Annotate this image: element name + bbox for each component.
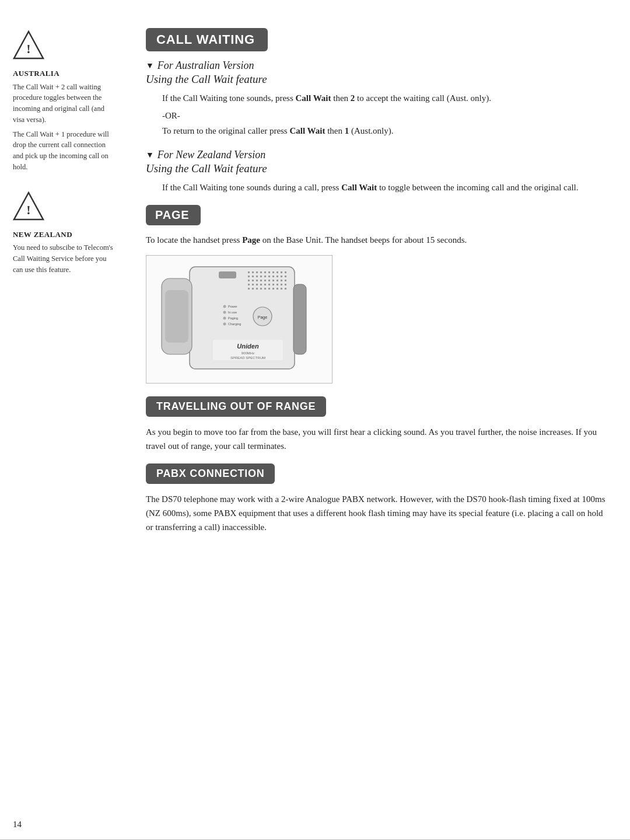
svg-rect-48 [248, 288, 250, 290]
svg-rect-57 [285, 288, 286, 290]
svg-rect-53 [268, 288, 270, 290]
pabx-description: The DS70 telephone may work with a 2-wir… [146, 492, 608, 534]
page-number: 14 [13, 820, 22, 829]
svg-point-62 [223, 317, 226, 320]
svg-rect-40 [256, 284, 258, 285]
svg-rect-43 [268, 284, 270, 285]
nz-version-block: ▼ For New Zealand Version Using the Call… [146, 149, 608, 194]
svg-rect-36 [281, 280, 282, 281]
svg-point-60 [223, 311, 226, 314]
sidebar-australia-section: ! AUSTRALIA The Call Wait + 2 call waiti… [13, 29, 118, 173]
sidebar: ! AUSTRALIA The Call Wait + 2 call waiti… [0, 18, 128, 822]
svg-text:!: ! [26, 41, 30, 56]
svg-rect-45 [276, 284, 278, 285]
phone-image: Power In use Paging Charging Page Uniden [146, 255, 332, 384]
svg-rect-35 [276, 280, 278, 281]
australia-text1: The Call Wait + 2 call waiting procedure… [13, 82, 118, 126]
svg-rect-41 [260, 284, 262, 285]
svg-rect-27 [285, 276, 286, 277]
svg-text:900MHz: 900MHz [242, 351, 254, 355]
svg-rect-17 [285, 271, 286, 273]
travelling-description: As you begin to move too far from the ba… [146, 425, 608, 453]
svg-rect-26 [281, 276, 282, 277]
nz-label: NEW ZEALAND [13, 229, 118, 241]
australia-label: AUSTRALIA [13, 68, 118, 79]
svg-rect-33 [268, 280, 270, 281]
svg-rect-20 [256, 276, 258, 277]
svg-rect-23 [268, 276, 270, 277]
svg-rect-47 [285, 284, 286, 285]
svg-rect-55 [276, 288, 278, 290]
svg-rect-72 [293, 284, 306, 354]
australia-using-title: Using the Call Wait feature [146, 73, 608, 86]
svg-rect-38 [248, 284, 250, 285]
svg-rect-6 [165, 290, 188, 343]
svg-rect-11 [260, 271, 262, 273]
travelling-header: TRAVELLING OUT OF RANGE [146, 396, 326, 417]
australia-indent2: To return to the original caller press C… [162, 124, 608, 138]
svg-rect-18 [248, 276, 250, 277]
page-section: PAGE To locate the handset press Page on… [146, 205, 608, 384]
svg-rect-31 [260, 280, 262, 281]
svg-rect-16 [281, 271, 282, 273]
nz-version-title: For New Zealand Version [158, 149, 266, 161]
svg-rect-56 [281, 288, 282, 290]
sidebar-nz-section: ! NEW ZEALAND You need to subscibe to Te… [13, 190, 118, 276]
warning-icon-australia: ! [13, 29, 45, 61]
pabx-section: PABX CONNECTION The DS70 telephone may w… [146, 463, 608, 534]
svg-rect-44 [272, 284, 274, 285]
svg-rect-29 [252, 280, 254, 281]
svg-point-58 [223, 305, 226, 308]
svg-rect-14 [272, 271, 274, 273]
main-content: CALL WAITING ▼ For Australian Version Us… [128, 18, 630, 822]
svg-text:Power: Power [228, 305, 237, 308]
pabx-header: PABX CONNECTION [146, 463, 275, 484]
nz-text1: You need to subscibe to Telecom's Call W… [13, 242, 118, 275]
svg-rect-24 [272, 276, 274, 277]
svg-text:Page: Page [258, 315, 267, 320]
page-description: To locate the handset press Page on the … [146, 233, 608, 247]
page-header: PAGE [146, 205, 201, 225]
svg-rect-8 [248, 271, 250, 273]
svg-rect-15 [276, 271, 278, 273]
svg-text:Charging: Charging [228, 322, 241, 326]
svg-text:In use: In use [228, 311, 237, 314]
svg-rect-21 [260, 276, 262, 277]
nz-indent1: If the Call Waiting tone sounds during a… [162, 181, 608, 194]
triangle-bullet-nz: ▼ [146, 151, 154, 160]
call-waiting-header: CALL WAITING [146, 28, 268, 51]
australia-indent1: If the Call Waiting tone sounds, press C… [162, 92, 608, 105]
svg-rect-49 [252, 288, 254, 290]
svg-rect-50 [256, 288, 258, 290]
svg-rect-19 [252, 276, 254, 277]
svg-rect-28 [248, 280, 250, 281]
nz-using-title: Using the Call Wait feature [146, 162, 608, 175]
svg-text:!: ! [26, 203, 30, 217]
svg-text:SPREAD SPECTRUM: SPREAD SPECTRUM [230, 356, 265, 360]
svg-text:Uniden: Uniden [237, 343, 259, 350]
australia-version-block: ▼ For Australian Version Using the Call … [146, 60, 608, 138]
svg-rect-7 [219, 271, 236, 278]
svg-rect-39 [252, 284, 254, 285]
svg-rect-52 [264, 288, 266, 290]
svg-rect-13 [268, 271, 270, 273]
phone-svg: Power In use Paging Charging Page Uniden [155, 261, 324, 378]
svg-rect-37 [285, 280, 286, 281]
svg-rect-34 [272, 280, 274, 281]
warning-icon-nz: ! [13, 190, 45, 222]
svg-rect-25 [276, 276, 278, 277]
svg-rect-42 [264, 284, 266, 285]
svg-rect-30 [256, 280, 258, 281]
svg-rect-9 [252, 271, 254, 273]
australia-text2: The Call Wait + 1 procedure will drop th… [13, 129, 118, 173]
svg-rect-51 [260, 288, 262, 290]
svg-rect-22 [264, 276, 266, 277]
travelling-section: TRAVELLING OUT OF RANGE As you begin to … [146, 396, 608, 453]
svg-rect-10 [256, 271, 258, 273]
triangle-bullet-australia: ▼ [146, 61, 154, 71]
svg-rect-32 [264, 280, 266, 281]
svg-rect-54 [272, 288, 274, 290]
australia-version-title: For Australian Version [158, 60, 254, 72]
or-line: -OR- [162, 111, 608, 121]
svg-text:Paging: Paging [228, 316, 238, 320]
